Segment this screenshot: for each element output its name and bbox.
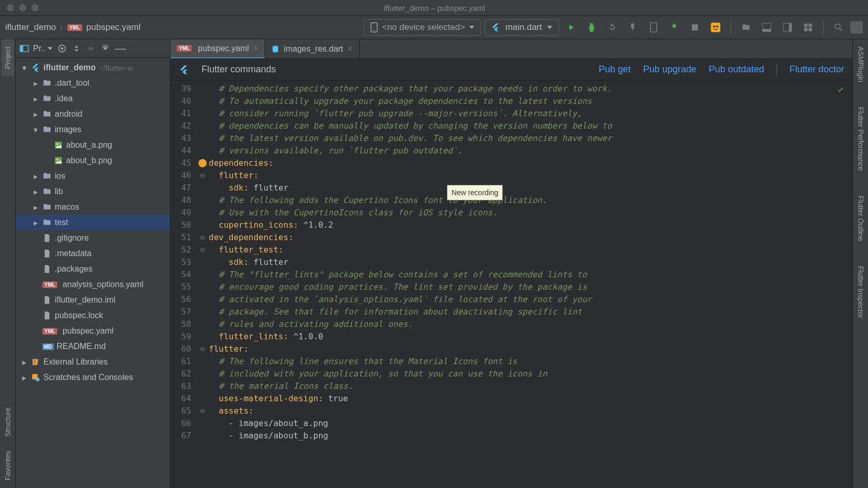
code-editor[interactable]: 3940414243444546474849505152535455565758… [171,81,853,488]
tree-item--metadata[interactable]: .metadata [16,246,170,261]
tree-item-pubspec-lock[interactable]: pubspec.lock [16,308,170,323]
tree-label: .packages [55,264,92,274]
layout-button-1[interactable] [761,22,772,33]
tree-item--idea[interactable]: ▸.idea [16,91,170,106]
tree-label: ios [55,171,65,181]
tree-label: test [55,218,68,227]
settings-icon[interactable] [100,43,111,54]
navbar: iflutter_demo › YML pubspec.yaml <no dev… [0,16,868,39]
asm-plugin-tab[interactable]: ASMPlugin [855,39,867,89]
svg-point-23 [36,377,40,382]
tree-item-pubspec-yaml[interactable]: YMLpubspec.yaml [16,323,170,339]
breadcrumb: iflutter_demo › YML pubspec.yaml [5,22,141,33]
project-tool-tab[interactable]: Project [2,39,14,76]
code-content[interactable]: # Dependencies specify other packages th… [209,81,853,488]
project-tree[interactable]: ▾ iflutter_demo ~/flutter-w ▸.dart_tool▸… [16,58,170,488]
tree-label: about_b.png [66,156,112,165]
editor-tab-pubspec-yaml[interactable]: YMLpubspec.yaml× [171,39,265,58]
flutter-outline-tab[interactable]: Flutter Outline [855,188,867,248]
pub-outdated-link[interactable]: Pub outdated [709,64,764,75]
chevron-right-icon: ▸ [32,171,39,181]
editor-tab-images_res-dart[interactable]: images_res.dart× [265,39,359,58]
close-icon[interactable]: × [253,43,259,54]
attach-debugger-button[interactable] [648,22,659,33]
flutter-performance-tab[interactable]: Flutter Performance [855,100,867,178]
tree-item-ios[interactable]: ▸ios [16,168,170,184]
sidebar-header: Pr.. — [16,39,170,58]
chevron-down-icon [547,26,552,29]
tree-label: lib [55,187,63,196]
tree-item-iflutter_demo-iml[interactable]: iflutter_demo.iml [16,292,170,308]
tree-item-README-md[interactable]: MDREADME.md [16,339,170,354]
reload-button[interactable] [607,22,618,33]
project-name: iflutter_demo [43,63,96,72]
tree-item-test[interactable]: ▸test [16,215,170,230]
user-avatar[interactable] [850,21,863,34]
analysis-ok-icon[interactable] [836,86,845,95]
yaml-icon: YML [42,281,57,288]
folder-icon [42,94,52,103]
structure-tool-tab[interactable]: Structure [2,400,14,444]
view-mode-dropdown[interactable]: Pr.. [33,44,53,53]
expand-all-icon[interactable] [71,43,82,54]
breadcrumb-file[interactable]: pubspec.yaml [86,22,141,33]
tree-root[interactable]: ▾ iflutter_demo ~/flutter-w [16,60,170,75]
tree-item-android[interactable]: ▸android [16,106,170,122]
stop-button[interactable] [689,22,701,33]
device-selector[interactable]: <no device selected> [364,19,481,36]
close-icon[interactable]: × [347,43,353,54]
run-button[interactable] [565,22,577,33]
folder-icon [42,202,52,212]
tree-label: images [55,125,82,134]
tree-item-about_a-png[interactable]: about_a.png [16,137,170,153]
folder-icon [42,218,52,227]
layout-button-3[interactable] [802,22,814,33]
favorites-tool-tab[interactable]: Favorites [2,444,14,488]
chevron-down-icon [469,26,474,29]
tree-label: analysis_options.yaml [63,280,144,289]
svg-point-5 [713,25,715,27]
folder-icon [42,125,52,134]
pub-get-link[interactable]: Pub get [599,64,631,75]
tree-item-analysis_options-yaml[interactable]: YMLanalysis_options.yaml [16,277,170,292]
tree-item--packages[interactable]: .packages [16,261,170,277]
maximize-window[interactable] [32,4,39,11]
fold-gutter[interactable]: ⊖⊖⊖⊖⊖ [196,81,209,488]
svg-point-1 [374,30,375,31]
tree-item-images[interactable]: ▾images [16,122,170,137]
folder-icon [42,171,52,181]
library-icon [31,357,40,367]
search-button[interactable] [833,22,844,33]
external-libraries[interactable]: ▸ External Libraries [16,354,170,370]
tree-item--dart_tool[interactable]: ▸.dart_tool [16,75,170,91]
plugin-button[interactable] [710,22,721,33]
tree-item-macos[interactable]: ▸macos [16,199,170,215]
profile-button[interactable] [669,22,680,33]
hide-icon[interactable]: — [115,42,126,55]
layout-button-2[interactable] [782,22,793,33]
tree-label: .idea [55,94,73,103]
flutter-inspector-tab[interactable]: Flutter Inspector [855,259,867,325]
tree-item-about_b-png[interactable]: about_b.png [16,153,170,168]
scratches-and-consoles[interactable]: ▸ Scratches and Consoles [16,370,170,385]
open-folder-button[interactable] [740,22,752,33]
hot-reload-button[interactable] [627,22,639,33]
tree-label: .metadata [55,249,91,258]
breadcrumb-project[interactable]: iflutter_demo [5,22,56,33]
tree-label: pubspec.lock [55,311,103,320]
close-window[interactable] [7,4,14,11]
locate-icon[interactable] [57,43,67,54]
image-icon [54,156,63,165]
tab-label: images_res.dart [284,44,343,54]
pub-upgrade-link[interactable]: Pub upgrade [643,64,696,75]
file-icon [42,233,52,243]
chevron-right-icon: ▸ [21,373,28,383]
debug-button[interactable] [586,22,597,33]
run-configuration[interactable]: main.dart [484,19,559,36]
flutter-commands-bar: Flutter commands Pub get Pub upgrade Pub… [171,59,853,81]
flutter-doctor-link[interactable]: Flutter doctor [789,64,844,75]
minimize-window[interactable] [19,4,26,11]
tree-item--gitignore[interactable]: .gitignore [16,230,170,246]
tree-item-lib[interactable]: ▸lib [16,184,170,199]
collapse-all-icon[interactable] [86,43,96,54]
